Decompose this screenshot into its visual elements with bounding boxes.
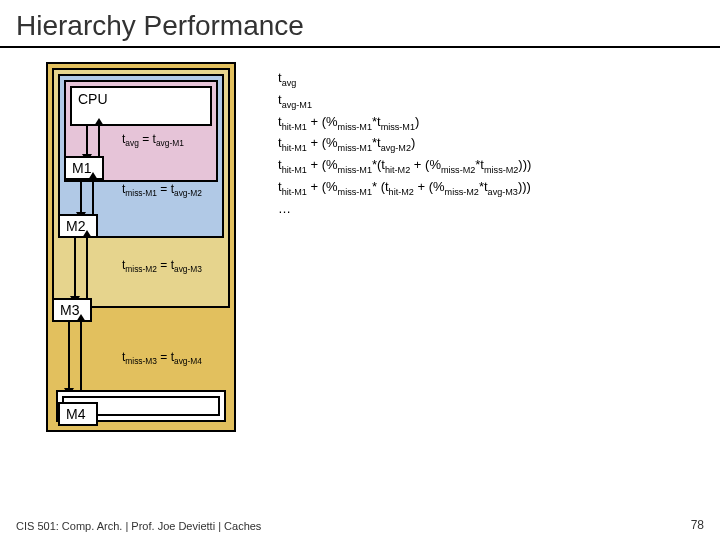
hierarchy-diagram: CPU tavg = tavg-M1 M1 tmiss-M1 = tavg-M2…	[28, 62, 238, 432]
eq-tmiss-m2: tmiss-M2 = tavg-M3	[122, 258, 202, 274]
page-number: 78	[691, 518, 704, 532]
label-m3: M3	[52, 298, 92, 322]
deriv-line-3: thit-M1 + (%miss-M1*tmiss-M1)	[278, 113, 531, 134]
eq-tavg: tavg = tavg-M1	[122, 132, 184, 148]
deriv-line-2: tavg-M1	[278, 91, 531, 112]
footer-text: CIS 501: Comp. Arch. | Prof. Joe Deviett…	[16, 520, 261, 532]
label-m1: M1	[64, 156, 104, 180]
label-m2: M2	[58, 214, 98, 238]
page-title: Hierarchy Performance	[0, 0, 720, 48]
deriv-line-4: thit-M1 + (%miss-M1*tavg-M2)	[278, 134, 531, 155]
label-m4: M4	[58, 402, 98, 426]
derivation: tavg tavg-M1 thit-M1 + (%miss-M1*tmiss-M…	[278, 68, 531, 219]
content-area: CPU tavg = tavg-M1 M1 tmiss-M1 = tavg-M2…	[0, 48, 720, 432]
box-cpu: CPU	[70, 86, 212, 126]
deriv-line-5: thit-M1 + (%miss-M1*(thit-M2 + (%miss-M2…	[278, 156, 531, 177]
eq-tmiss-m1: tmiss-M1 = tavg-M2	[122, 182, 202, 198]
eq-tmiss-m3: tmiss-M3 = tavg-M4	[122, 350, 202, 366]
deriv-line-6: thit-M1 + (%miss-M1* (thit-M2 + (%miss-M…	[278, 178, 531, 199]
deriv-line-7: …	[278, 200, 531, 219]
deriv-line-1: tavg	[278, 69, 531, 90]
